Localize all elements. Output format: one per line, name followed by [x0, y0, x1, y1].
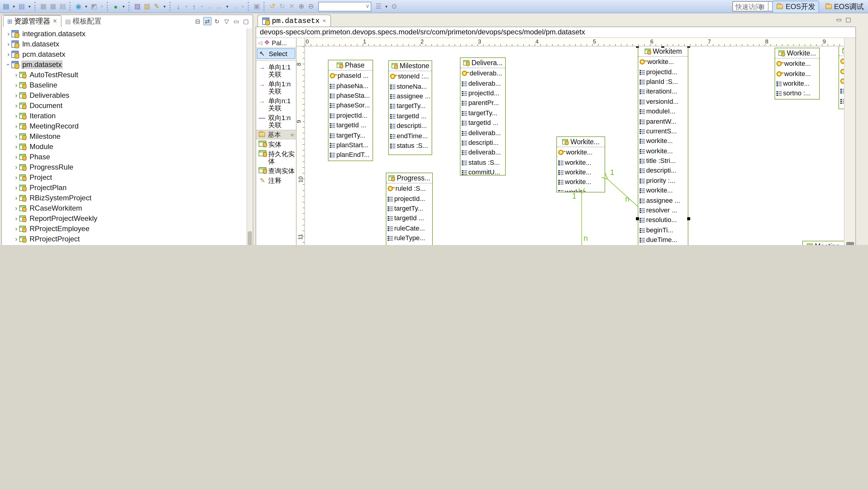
perspective-tab-dev[interactable]: EOS开发: [772, 0, 819, 13]
entity-field[interactable]: descripti...: [461, 137, 505, 147]
entity-field[interactable]: [839, 66, 844, 76]
tree-item[interactable]: ›RCaseWorkitem: [3, 203, 246, 213]
entity-field[interactable]: stoneNa...: [389, 81, 432, 91]
entity-field[interactable]: descripti...: [638, 166, 688, 176]
relation-line[interactable]: [607, 179, 638, 207]
collapsed-arrow-icon[interactable]: ›: [13, 123, 19, 129]
entity[interactable]: Meeting...meetingI...projectId...meeting…: [802, 241, 844, 245]
entity-field[interactable]: beginTi...: [638, 225, 688, 235]
open-resource-icon[interactable]: ▨: [133, 1, 142, 11]
back-dropdown-icon[interactable]: ▼: [224, 1, 230, 11]
new-wizard-icon[interactable]: ▤: [17, 1, 27, 11]
tree-level-dropdown-icon[interactable]: ▼: [383, 1, 390, 11]
tree-item[interactable]: ›Deliverables: [3, 90, 246, 100]
close-icon[interactable]: ✕: [53, 18, 57, 24]
entity-field[interactable]: workite...: [638, 185, 688, 195]
palette-tool-note[interactable]: ✎注释: [256, 176, 296, 185]
entity-field[interactable]: [839, 96, 844, 106]
entity-field[interactable]: descripti...: [389, 121, 432, 131]
collapsed-arrow-icon[interactable]: ›: [13, 195, 19, 201]
tree-item[interactable]: ›pm.datasetx: [3, 59, 246, 69]
editor-vscroll-thumb[interactable]: [846, 242, 854, 245]
tree-item[interactable]: ›AutoTestResult: [3, 69, 246, 80]
new-file-dropdown-icon[interactable]: ▼: [11, 1, 17, 11]
collapsed-arrow-icon[interactable]: ›: [13, 164, 19, 170]
entity-field[interactable]: deliverab...: [461, 78, 505, 88]
expanded-arrow-icon[interactable]: ›: [5, 61, 11, 67]
entity-field[interactable]: targetId ...: [329, 120, 373, 130]
editor-vertical-scrollbar[interactable]: [844, 38, 855, 245]
entity-field[interactable]: [839, 86, 844, 96]
view-menu-icon[interactable]: ▽: [222, 17, 231, 25]
tree-item[interactable]: ›Module: [3, 141, 246, 151]
palette-tool-rel-bidir[interactable]: —双向1:n关联: [256, 113, 296, 130]
entity-field[interactable]: planEndT...: [329, 150, 373, 160]
entity-field[interactable]: title :Stri...: [638, 156, 688, 166]
palette-tool-rel-1ton[interactable]: →单向1:n关联: [256, 79, 296, 96]
entity-field[interactable]: projectId...: [461, 88, 505, 98]
entity-field[interactable]: currentS...: [638, 126, 688, 136]
entity-field[interactable]: targetTy...: [389, 101, 432, 111]
toolbar-combo[interactable]: ∨: [318, 1, 371, 11]
entity-field[interactable]: sortno :...: [775, 88, 819, 98]
deploy-icon[interactable]: ◩: [89, 1, 99, 11]
perspective-tab-debug[interactable]: EOS调试: [821, 1, 867, 12]
minimize-view-icon[interactable]: ▭: [232, 17, 241, 25]
entity-field[interactable]: ruleCate...: [386, 223, 432, 233]
run-database-icon[interactable]: ●: [111, 1, 121, 11]
entity-field[interactable]: workite...: [557, 157, 604, 167]
entity-field[interactable]: phaseNa...: [329, 81, 373, 90]
pin-palette-icon[interactable]: «: [290, 131, 294, 138]
tree-item[interactable]: ›Iteration: [3, 110, 246, 121]
entity[interactable]: Workite...workite...workite...workite...…: [775, 48, 820, 99]
palette-tool-entity[interactable]: 实体: [256, 139, 296, 149]
entity-field[interactable]: iterationI...: [638, 86, 688, 96]
minimize-editor-icon[interactable]: ▭: [836, 16, 842, 23]
tree-item[interactable]: ›ProjectPlan: [3, 182, 246, 193]
entity-field[interactable]: projectId...: [329, 110, 373, 120]
refresh-icon[interactable]: ↻: [213, 17, 221, 25]
selection-handle[interactable]: [661, 47, 664, 48]
maximize-view-icon[interactable]: ▢: [242, 17, 250, 25]
collapsed-arrow-icon[interactable]: ›: [13, 143, 19, 149]
editor-tab[interactable]: pm.datasetx ✕: [257, 15, 331, 27]
selection-handle[interactable]: [687, 47, 690, 48]
tree-level-icon[interactable]: ☰: [374, 1, 383, 11]
entity-field[interactable]: targetTy...: [329, 130, 373, 140]
view-tab-resource-explorer[interactable]: ⊞资源管理器✕: [3, 15, 61, 27]
entity-field[interactable]: workite...: [638, 146, 688, 156]
palette-tool-select[interactable]: ↖Select: [257, 48, 296, 59]
save-all-icon[interactable]: ▦: [48, 1, 58, 11]
forward-dropdown-icon[interactable]: ▼: [240, 1, 246, 11]
entity-field[interactable]: targetTy...: [461, 108, 505, 118]
entity-field[interactable]: dueTime...: [638, 235, 688, 245]
entity-field[interactable]: targetId ...: [461, 118, 505, 127]
tree-item[interactable]: ›Phase: [3, 151, 246, 162]
next-annotation-icon[interactable]: ↓: [174, 1, 183, 11]
collapsed-arrow-icon[interactable]: ›: [13, 82, 19, 88]
search-icon[interactable]: ⊙: [390, 1, 399, 11]
collapsed-arrow-icon[interactable]: ›: [13, 174, 19, 180]
new-wizard-dropdown-icon[interactable]: ▼: [27, 1, 33, 11]
entity-field[interactable]: resolutio...: [638, 215, 688, 225]
entity-field[interactable]: [839, 56, 844, 66]
selection-handle[interactable]: [636, 217, 639, 220]
save-icon[interactable]: ▦: [38, 1, 48, 11]
collapse-all-icon[interactable]: ⊟: [193, 17, 202, 25]
entity-field[interactable]: planStart...: [329, 140, 373, 150]
redo-icon[interactable]: ↻: [277, 1, 287, 11]
collapsed-arrow-icon[interactable]: ›: [13, 92, 19, 98]
explorer-scrollbar-thumb[interactable]: [248, 231, 252, 245]
selection-handle[interactable]: [636, 47, 639, 48]
entity-field[interactable]: workite...: [775, 68, 819, 79]
run-database-dropdown-icon[interactable]: ▼: [121, 1, 127, 11]
maximize-editor-icon[interactable]: ▢: [845, 16, 851, 23]
previous-annotation-dropdown-icon[interactable]: ▼: [199, 1, 205, 11]
entity-field[interactable]: priority :...: [638, 175, 688, 185]
entity-field[interactable]: workite...: [775, 79, 819, 88]
entity-field[interactable]: resolver ...: [638, 205, 688, 215]
entity-field[interactable]: status :S...: [389, 140, 432, 150]
view-tab-template-config[interactable]: ▤模板配置: [61, 15, 105, 27]
entity[interactable]: MilestonestoneId :...stoneNa...assignee …: [388, 60, 432, 155]
entity-field[interactable]: workite...: [557, 167, 604, 177]
